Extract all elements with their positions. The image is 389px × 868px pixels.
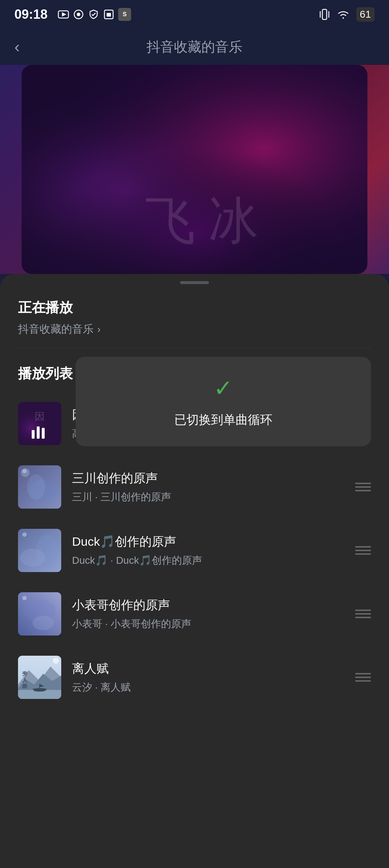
checkmark-icon: ✓ bbox=[214, 375, 233, 402]
wifi-icon bbox=[336, 8, 350, 21]
svg-rect-6 bbox=[322, 9, 327, 19]
status-time: 09:18 bbox=[14, 7, 48, 22]
drag-line bbox=[355, 553, 371, 555]
track-art-4 bbox=[18, 592, 61, 636]
status-bar: 09:18 S 61 bbox=[0, 0, 389, 29]
sim-icon bbox=[103, 9, 115, 20]
svg-rect-15 bbox=[18, 402, 61, 445]
track-thumbnail bbox=[18, 465, 61, 509]
svg-rect-19 bbox=[42, 428, 45, 439]
drag-handle[interactable] bbox=[355, 483, 371, 491]
track-art-1: 因 bbox=[18, 402, 61, 445]
track-artist: Duck🎵 · Duck🎵创作的原声 bbox=[72, 554, 344, 567]
battery-level: 61 bbox=[360, 9, 371, 20]
svg-point-26 bbox=[22, 532, 27, 537]
track-artist: 云汐 · 离人赋 bbox=[72, 681, 344, 694]
album-card: 飞 冰 bbox=[22, 65, 367, 274]
svg-text:因: 因 bbox=[35, 411, 45, 422]
drag-line bbox=[355, 550, 371, 551]
now-playing-subtitle[interactable]: 抖音收藏的音乐 › bbox=[18, 322, 371, 337]
svg-point-22 bbox=[22, 469, 27, 473]
chevron-right-icon: › bbox=[97, 324, 100, 335]
svg-rect-18 bbox=[37, 426, 40, 439]
track-info: 离人赋 云汐 · 离人赋 bbox=[72, 660, 344, 694]
media-icon bbox=[58, 9, 69, 20]
status-left: 09:18 S bbox=[14, 7, 131, 22]
svg-point-3 bbox=[77, 13, 80, 16]
drag-line bbox=[355, 677, 371, 678]
track-info: Duck🎵创作的原声 Duck🎵 · Duck🎵创作的原声 bbox=[72, 533, 344, 567]
svg-text:旁: 旁 bbox=[22, 671, 27, 677]
drag-line bbox=[355, 490, 371, 491]
svg-rect-17 bbox=[32, 430, 35, 439]
soul-icon: S bbox=[118, 8, 131, 21]
drag-line bbox=[355, 617, 371, 618]
drag-handle[interactable] bbox=[355, 610, 371, 618]
drag-line bbox=[355, 613, 371, 615]
svg-text:皓: 皓 bbox=[22, 683, 28, 689]
drag-line bbox=[355, 680, 371, 682]
drag-line bbox=[355, 483, 371, 484]
status-right: 61 bbox=[319, 7, 375, 22]
track-item[interactable]: 三川创作的原声 三川 · 三川创作的原声 bbox=[0, 455, 389, 519]
now-playing-label: 正在播放 bbox=[18, 298, 371, 317]
drag-handle[interactable] bbox=[355, 546, 371, 555]
svg-text:飞 冰: 飞 冰 bbox=[145, 193, 259, 249]
album-area: 飞 冰 bbox=[0, 65, 389, 274]
track-item[interactable]: 旁 人 皓 离人赋 云汐 · 离人赋 bbox=[0, 646, 389, 709]
album-art: 飞 冰 bbox=[22, 65, 367, 274]
svg-point-30 bbox=[22, 596, 27, 600]
track-thumbnail: 旁 人 皓 bbox=[18, 656, 61, 699]
track-art-5: 旁 人 皓 bbox=[18, 656, 61, 699]
track-info: 三川创作的原声 三川 · 三川创作的原声 bbox=[72, 470, 344, 504]
sheet-handle bbox=[180, 281, 209, 284]
track-thumbnail: 因 bbox=[18, 402, 61, 445]
svg-text:人: 人 bbox=[22, 677, 28, 683]
track-thumbnail bbox=[18, 592, 61, 636]
page-title: 抖音收藏的音乐 bbox=[147, 38, 242, 56]
vibrate-icon bbox=[319, 8, 330, 21]
track-title: 三川创作的原声 bbox=[72, 470, 344, 487]
header: ‹ 抖音收藏的音乐 bbox=[0, 29, 389, 65]
shield-icon bbox=[88, 9, 99, 20]
svg-point-42 bbox=[53, 658, 59, 664]
track-artist: 小表哥 · 小表哥创作的原声 bbox=[72, 617, 344, 631]
track-art-3 bbox=[18, 529, 61, 572]
toast-message: 已切换到单曲循环 bbox=[174, 412, 272, 428]
svg-rect-5 bbox=[107, 13, 111, 17]
bottom-sheet: 正在播放 抖音收藏的音乐 › 播放列表 ↻ 单曲循环 ✓ 已切换到单曲循环 因 bbox=[0, 274, 389, 868]
drag-line bbox=[355, 546, 371, 548]
track-art-2 bbox=[18, 465, 61, 509]
toast-popup: ✓ 已切换到单曲循环 bbox=[76, 357, 371, 446]
now-playing-playlist-name: 抖音收藏的音乐 bbox=[18, 322, 94, 337]
album-background: 飞 冰 bbox=[0, 65, 389, 274]
drag-line bbox=[355, 610, 371, 611]
battery-indicator: 61 bbox=[356, 7, 375, 22]
playlist-label: 播放列表 bbox=[18, 364, 73, 383]
track-artist: 三川 · 三川创作的原声 bbox=[72, 490, 344, 504]
track-title: 离人赋 bbox=[72, 660, 344, 677]
svg-point-32 bbox=[32, 616, 54, 630]
track-thumbnail bbox=[18, 529, 61, 572]
svg-marker-1 bbox=[62, 12, 66, 17]
track-item[interactable]: Duck🎵创作的原声 Duck🎵 · Duck🎵创作的原声 bbox=[0, 519, 389, 582]
drag-line bbox=[355, 486, 371, 488]
track-item[interactable]: 小表哥创作的原声 小表哥 · 小表哥创作的原声 bbox=[0, 582, 389, 646]
drag-line bbox=[355, 673, 371, 674]
track-info: 小表哥创作的原声 小表哥 · 小表哥创作的原声 bbox=[72, 597, 344, 631]
svg-point-28 bbox=[20, 549, 45, 567]
svg-point-24 bbox=[27, 474, 45, 500]
drag-handle[interactable] bbox=[355, 673, 371, 682]
status-app-icons: S bbox=[58, 8, 131, 21]
now-playing-section: 正在播放 抖音收藏的音乐 › bbox=[0, 284, 389, 347]
track-title: Duck🎵创作的原声 bbox=[72, 533, 344, 550]
track-title: 小表哥创作的原声 bbox=[72, 597, 344, 614]
back-button[interactable]: ‹ bbox=[14, 38, 20, 56]
media2-icon bbox=[73, 9, 84, 20]
